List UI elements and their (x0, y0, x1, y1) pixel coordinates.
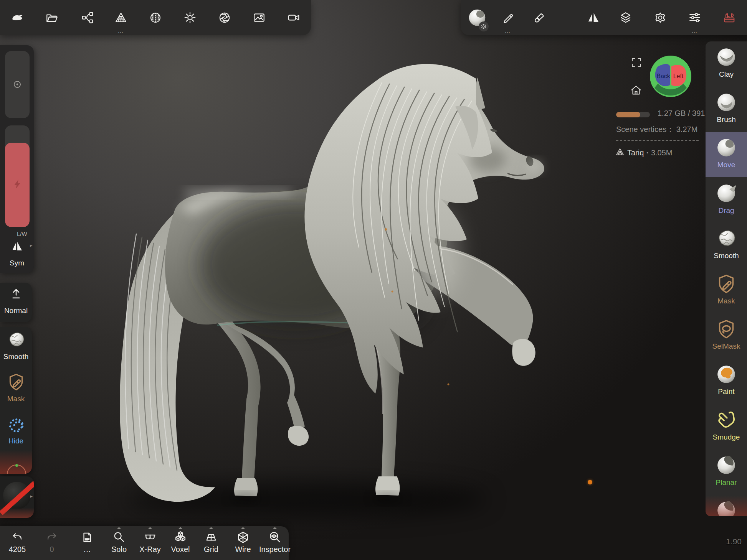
undo-arrow-icon (11, 530, 24, 545)
tool-clay[interactable]: Clay (706, 41, 747, 87)
home-view-icon[interactable] (630, 84, 642, 98)
sp-smooth-icon (6, 330, 26, 351)
tool-label: Clay (719, 70, 734, 79)
sp-smooth-icon (715, 226, 737, 251)
redo-count: 0 (50, 545, 54, 553)
tool-label: Planar (716, 478, 737, 487)
xray-icon (143, 530, 157, 545)
ball-face-back-label: Back (656, 73, 671, 79)
tool-smudge[interactable]: Smudge (706, 404, 747, 450)
sp-planar-icon (715, 453, 737, 478)
normal-label: Normal (0, 306, 32, 315)
quick-label: Hide (8, 437, 23, 445)
app-logo-button[interactable] (3, 0, 31, 35)
normal-arrow-icon (0, 287, 32, 301)
toggle-x-ray[interactable]: X-Ray (136, 526, 165, 560)
toolbox-button[interactable] (716, 0, 743, 35)
toggle-wire[interactable]: Wire (228, 526, 258, 560)
toggle-solo[interactable]: Solo (104, 526, 134, 560)
tool-move[interactable]: Move (706, 132, 747, 177)
history-pages-button[interactable]: … (73, 526, 102, 560)
symmetry-mirror-button[interactable] (579, 0, 607, 35)
shield-brush-icon (715, 272, 737, 296)
tool-brush[interactable]: Brush (706, 87, 747, 132)
scene-list-button[interactable]: … (107, 0, 135, 35)
sp-drag-icon (715, 181, 737, 206)
toggle-inspector[interactable]: Inspector (260, 526, 289, 560)
sp-paint-icon (715, 362, 737, 387)
matcap-material-button[interactable] (463, 0, 491, 35)
orientation-ball[interactable]: Back Left (649, 55, 692, 98)
caret-up-icon (148, 527, 152, 529)
background-image-button[interactable] (245, 0, 273, 35)
tool-label: Paint (718, 387, 734, 396)
redo-arrow-icon (45, 530, 58, 545)
adjust-sliders-button[interactable]: … (681, 0, 709, 35)
tool-mask[interactable]: Mask (706, 268, 747, 313)
button-label: Voxel (171, 545, 190, 553)
undo-count: 4205 (9, 545, 26, 553)
toggle-grid[interactable]: Grid (197, 526, 226, 560)
tool-label: Smooth (714, 252, 739, 260)
lighting-button[interactable] (176, 0, 204, 35)
settings-button[interactable] (646, 0, 674, 35)
tool-smooth[interactable]: Smooth (706, 223, 747, 268)
tool-planar[interactable]: Planar (706, 450, 747, 495)
redo-button[interactable]: 0 (37, 526, 66, 560)
fullscreen-expand-icon[interactable] (631, 57, 642, 70)
symmetry-label: Sym (0, 259, 34, 267)
scene-vertices: Scene vertices： 3.27M (616, 124, 697, 135)
more-dots: … (494, 29, 522, 33)
tool-label: Smudge (713, 433, 740, 441)
caret-up-icon (273, 527, 277, 529)
toolbar-top-right: …… (461, 0, 747, 35)
quick-hide[interactable]: Hide (0, 414, 32, 445)
tool-label: Mask (717, 297, 735, 305)
radius-target-icon (5, 79, 30, 90)
layers-button[interactable] (612, 0, 640, 35)
voxel-icon (174, 530, 187, 545)
button-label: Wire (235, 545, 251, 553)
scene-object-row[interactable]: Tariq • 3.05M (615, 147, 673, 158)
button-label: Inspector (259, 545, 291, 553)
button-label: Solo (111, 545, 127, 553)
symmetry-mirror-icon[interactable] (10, 239, 24, 254)
toggle-voxel[interactable]: Voxel (166, 526, 195, 560)
caret-up-icon (241, 527, 245, 529)
intensity-fill (5, 143, 30, 227)
quick-label: Mask (7, 395, 25, 403)
undo-button[interactable]: 4205 (3, 526, 32, 560)
grid-icon (204, 530, 218, 545)
quick-mask[interactable]: Mask (0, 372, 32, 403)
files-button[interactable] (38, 0, 66, 35)
tool-paint[interactable]: Paint (706, 359, 747, 404)
render-button[interactable] (211, 0, 238, 35)
more-dots: … (83, 545, 91, 553)
symmetry-expand-arrow[interactable]: ▸ (30, 242, 33, 248)
caret-up-icon (117, 527, 121, 529)
brush-intensity-slider[interactable] (5, 125, 30, 227)
node-graph-button[interactable] (74, 0, 101, 35)
sp-brush-icon (715, 90, 737, 115)
brush-radius-slider[interactable] (5, 51, 30, 118)
lw-toggle-label[interactable]: L/W (17, 231, 27, 237)
paint-brush-button[interactable] (526, 0, 553, 35)
shield-brush-icon (6, 372, 26, 394)
more-dots: … (681, 29, 709, 33)
flat-shading-tile[interactable]: ▸ (0, 476, 34, 518)
camera-button[interactable] (280, 0, 307, 35)
quick-smooth[interactable]: Smooth (0, 330, 32, 361)
caret-up-icon (209, 527, 213, 529)
gear-badge-icon[interactable] (479, 21, 489, 31)
pencil-button[interactable]: … (494, 0, 522, 35)
tool-selmask[interactable]: SelMask (706, 313, 747, 359)
stroke-normal-panel[interactable]: Normal (0, 283, 32, 322)
material-sphere-button[interactable] (142, 0, 169, 35)
hand-icon (715, 408, 737, 432)
shield-lasso-icon (715, 317, 737, 341)
tile-expand-arrow[interactable]: ▸ (30, 493, 33, 499)
divider-dashed (616, 140, 699, 141)
app-window: … …… Back Left 1.27 GB / 391 M Scene ver… (0, 0, 747, 560)
tool-sidebar: ClayBrushMoveDragSmoothMaskSelMaskPaintS… (706, 41, 747, 516)
tool-drag[interactable]: Drag (706, 178, 747, 223)
